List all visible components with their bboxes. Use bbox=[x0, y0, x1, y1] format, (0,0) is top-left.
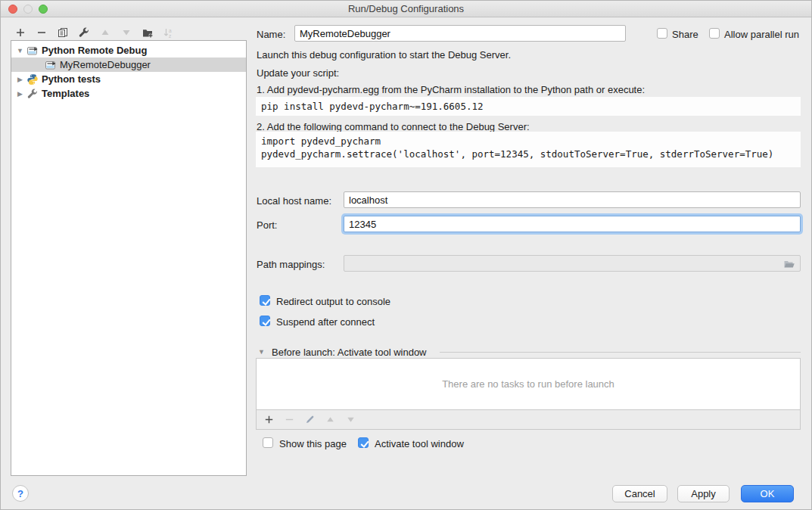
redirect-output-label: Redirect output to console bbox=[276, 296, 390, 307]
add-task-button[interactable] bbox=[263, 413, 275, 426]
svg-text:a: a bbox=[169, 27, 172, 33]
run-debug-configurations-dialog: Run/Debug Configurations az ▼ Python Rem… bbox=[0, 0, 812, 510]
tree-item-myremotedebugger[interactable]: MyRemoteDebugger bbox=[11, 58, 246, 72]
titlebar: Run/Debug Configurations bbox=[1, 1, 811, 17]
show-this-page-checkbox[interactable] bbox=[263, 437, 273, 448]
allow-parallel-run-label: Allow parallel run bbox=[724, 29, 799, 40]
traffic-lights bbox=[8, 5, 48, 14]
collapsed-chevron-icon[interactable]: ▶ bbox=[15, 76, 25, 83]
browse-folder-icon[interactable] bbox=[783, 258, 795, 270]
help-question-icon: ? bbox=[17, 488, 23, 499]
move-down-icon[interactable] bbox=[120, 26, 132, 39]
window-title: Run/Debug Configurations bbox=[1, 1, 811, 17]
activate-tool-window-checkbox[interactable] bbox=[358, 437, 369, 448]
python-icon bbox=[26, 73, 39, 86]
help-button[interactable]: ? bbox=[12, 485, 29, 502]
activate-tool-window-label: Activate tool window bbox=[375, 438, 464, 449]
task-move-up-icon[interactable] bbox=[324, 413, 337, 426]
cancel-button[interactable]: Cancel bbox=[612, 485, 667, 502]
run-config-icon bbox=[26, 45, 39, 57]
path-mappings-label: Path mappings: bbox=[257, 259, 325, 270]
name-input[interactable] bbox=[294, 25, 626, 42]
code-line-2: pydevd_pycharm.settrace('localhost', por… bbox=[261, 148, 773, 160]
copy-configuration-icon[interactable] bbox=[56, 26, 69, 39]
no-tasks-message: There are no tasks to run before launch bbox=[442, 378, 614, 390]
tree-item-label: Python tests bbox=[42, 73, 101, 85]
share-checkbox[interactable] bbox=[657, 28, 667, 39]
local-host-name-input[interactable] bbox=[344, 191, 801, 208]
tree-item-label: MyRemoteDebugger bbox=[60, 59, 151, 70]
tree-item-label: Python Remote Debug bbox=[42, 45, 147, 56]
edit-task-pencil-icon[interactable] bbox=[303, 413, 316, 426]
sort-configurations-icon[interactable]: az bbox=[162, 26, 175, 39]
before-launch-rule bbox=[440, 352, 801, 353]
allow-parallel-run-checkbox[interactable] bbox=[709, 28, 720, 39]
show-this-page-label: Show this page bbox=[279, 438, 347, 449]
description-line-1: Launch this debug configuration to start… bbox=[257, 49, 511, 61]
zoom-window-button[interactable] bbox=[39, 5, 48, 14]
before-launch-collapse-icon[interactable]: ▼ bbox=[258, 348, 265, 356]
tree-item-python-tests[interactable]: ▶ Python tests bbox=[11, 72, 246, 86]
share-label: Share bbox=[672, 29, 698, 40]
before-launch-header[interactable]: Before launch: Activate tool window bbox=[272, 347, 427, 358]
name-label: Name: bbox=[257, 29, 285, 40]
port-input[interactable] bbox=[344, 216, 801, 232]
step-2-text: 2. Add the following command to connect … bbox=[257, 121, 530, 132]
configurations-tree: ▼ Python Remote Debug MyRemoteDebugger ▶… bbox=[11, 40, 247, 476]
redirect-output-checkbox[interactable] bbox=[260, 295, 270, 306]
code-line-1: import pydevd_pycharm bbox=[261, 135, 381, 147]
svg-text:z: z bbox=[169, 33, 171, 38]
new-folder-icon[interactable] bbox=[141, 26, 154, 39]
pip-install-command[interactable]: pip install pydevd-pycharm~=191.6605.12 bbox=[256, 97, 801, 116]
expanded-chevron-icon[interactable]: ▼ bbox=[15, 47, 25, 54]
port-label: Port: bbox=[257, 219, 277, 231]
settrace-code-block[interactable]: import pydevd_pycharm pydevd_pycharm.set… bbox=[256, 132, 801, 167]
close-window-button[interactable] bbox=[8, 5, 17, 14]
tree-item-label: Templates bbox=[42, 88, 89, 99]
minimize-window-button[interactable] bbox=[23, 5, 33, 14]
configurations-toolbar: az bbox=[14, 26, 175, 39]
suspend-after-connect-label: Suspend after connect bbox=[276, 316, 375, 328]
remove-task-button[interactable] bbox=[283, 413, 296, 426]
tree-item-templates[interactable]: ▶ Templates bbox=[11, 86, 246, 101]
step-1-text: 1. Add pydevd-pycharm.egg from the PyCha… bbox=[257, 84, 645, 95]
ok-button[interactable]: OK bbox=[741, 485, 794, 502]
suspend-after-connect-checkbox[interactable] bbox=[260, 316, 270, 326]
add-configuration-button[interactable] bbox=[14, 26, 26, 39]
before-launch-tasks-list[interactable]: There are no tasks to run before launch bbox=[256, 358, 801, 410]
description-line-2: Update your script: bbox=[257, 67, 339, 79]
move-up-icon[interactable] bbox=[98, 26, 111, 39]
local-host-name-label: Local host name: bbox=[257, 195, 331, 207]
path-mappings-field[interactable] bbox=[344, 255, 801, 272]
wrench-icon bbox=[26, 88, 39, 100]
remove-configuration-button[interactable] bbox=[35, 26, 48, 39]
tree-item-python-remote-debug[interactable]: ▼ Python Remote Debug bbox=[11, 43, 246, 58]
edit-defaults-wrench-icon[interactable] bbox=[77, 26, 90, 39]
run-config-icon bbox=[45, 59, 57, 71]
collapsed-chevron-icon[interactable]: ▶ bbox=[15, 90, 25, 98]
apply-button[interactable]: Apply bbox=[677, 485, 730, 502]
task-move-down-icon[interactable] bbox=[344, 413, 357, 426]
tasks-toolbar bbox=[256, 410, 801, 430]
